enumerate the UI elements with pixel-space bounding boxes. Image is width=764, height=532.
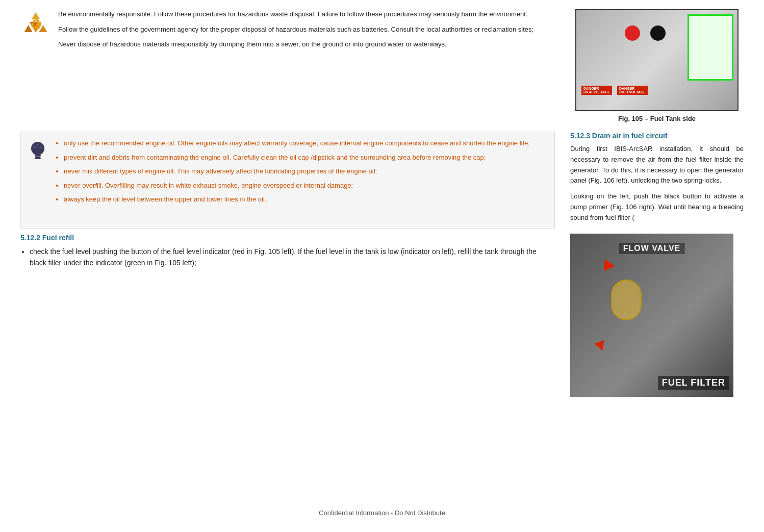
footer-text: Confidential Information - Do Not Distri…	[319, 509, 445, 517]
bullet-item-4: never overfill. Overfilling may result i…	[64, 181, 547, 191]
bullet-list: only use the recommended engine oil. Oth…	[55, 138, 547, 222]
bulb-icon	[28, 138, 47, 222]
bottom-left: 5.12.2 Fuel refill check the fuel level …	[20, 234, 555, 397]
fig106-image: FLOW VALVE FUEL FILTER	[570, 234, 733, 397]
flow-valve-label: FLOW VALVE	[619, 243, 685, 254]
middle-left: only use the recommended engine oil. Oth…	[20, 132, 555, 229]
bullet-item-5: always keep the oil level between the up…	[64, 194, 547, 205]
fuel-refill-heading: 5.12.2 Fuel refill	[20, 234, 555, 242]
middle-section: only use the recommended engine oil. Oth…	[20, 132, 744, 229]
bottom-right: FLOW VALVE FUEL FILTER	[570, 234, 744, 397]
arrow1-indicator	[599, 259, 615, 274]
section-5123-para2: Looking on the left, push the black butt…	[570, 191, 744, 223]
top-section: ♻ Be environmentally responsible. Follow…	[20, 9, 744, 122]
env-para2: Follow the guidelines of the government …	[58, 24, 555, 35]
arrow2-indicator	[595, 340, 607, 352]
fig105-image: DIESEL FUEL DANGERHIGH VOLTAGE DANGERHIG…	[575, 9, 738, 111]
page: ♻ Be environmentally responsible. Follow…	[0, 0, 764, 532]
green-indicator-box	[687, 14, 733, 81]
fuel-refill-text: check the fuel level pushing the button …	[30, 247, 537, 267]
danger-label-1: DANGERHIGH VOLTAGE	[581, 86, 612, 95]
middle-right: 5.12.3 Drain air in fuel circuit During …	[570, 132, 744, 229]
env-para3: Never dispose of hazardous materials irr…	[58, 39, 555, 49]
recycle-icon: ♻	[20, 10, 51, 41]
fuel-filter-glass	[611, 280, 642, 320]
svg-text:♻: ♻	[30, 17, 42, 33]
bullet-item-1: only use the recommended engine oil. Oth…	[64, 138, 547, 148]
bottom-section: 5.12.2 Fuel refill check the fuel level …	[20, 234, 744, 397]
svg-point-7	[31, 142, 44, 155]
svg-rect-9	[35, 157, 41, 159]
fuel-refill-item: check the fuel level pushing the button …	[30, 246, 555, 269]
fuel-filter-label: FUEL FILTER	[658, 376, 729, 390]
red-button	[625, 26, 640, 41]
top-left-text: Be environmentally responsible. Follow t…	[58, 9, 555, 122]
bullet-item-2: prevent dirt and debris from contaminati…	[64, 153, 547, 163]
top-right: DIESEL FUEL DANGERHIGH VOLTAGE DANGERHIG…	[570, 9, 744, 122]
fig105-caption: Fig. 105 – Fuel Tank side	[618, 115, 696, 122]
danger-label-2: DANGERHIGH VOLTAGE	[617, 86, 648, 95]
env-para1: Be environmentally responsible. Follow t…	[58, 9, 555, 19]
footer: Confidential Information - Do Not Distri…	[20, 499, 744, 517]
section-5123-para1: During first IBIS-ArcSAR installation, i…	[570, 144, 744, 186]
top-left: ♻ Be environmentally responsible. Follow…	[20, 9, 555, 122]
svg-rect-8	[35, 155, 41, 157]
section-5123-heading: 5.12.3 Drain air in fuel circuit	[570, 132, 744, 140]
black-knob	[650, 26, 666, 41]
bullet-item-3: never mix different types of engine oil.…	[64, 166, 547, 176]
